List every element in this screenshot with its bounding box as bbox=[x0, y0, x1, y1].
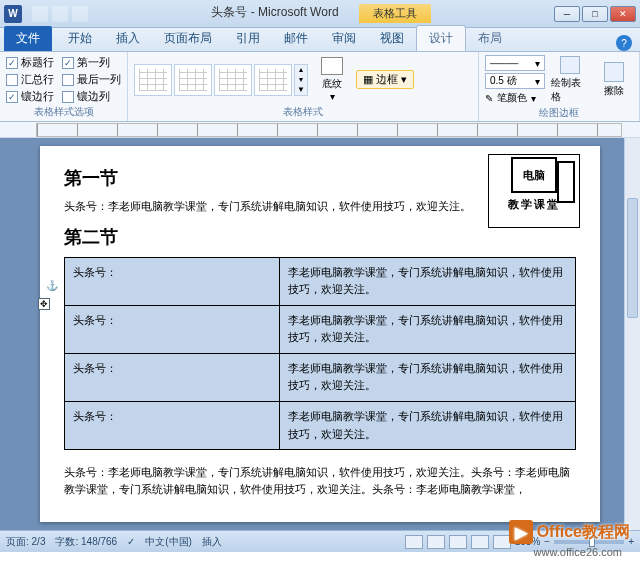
tab-mailings[interactable]: 邮件 bbox=[272, 26, 320, 51]
view-print-layout[interactable] bbox=[405, 535, 423, 549]
context-tab-label: 表格工具 bbox=[359, 4, 431, 23]
pen-color-button[interactable]: ✎笔颜色▾ bbox=[485, 91, 545, 105]
table-style-gallery[interactable]: ▴▾▼ bbox=[134, 64, 308, 96]
vertical-scrollbar[interactable] bbox=[624, 138, 640, 530]
check-first-col[interactable]: ✓第一列 bbox=[62, 55, 121, 70]
check-banded-col[interactable]: 镶边列 bbox=[62, 89, 121, 104]
group-label-options: 表格样式选项 bbox=[6, 104, 121, 119]
status-page[interactable]: 页面: 2/3 bbox=[6, 535, 45, 549]
status-insert-mode[interactable]: 插入 bbox=[202, 535, 222, 549]
tab-page-layout[interactable]: 页面布局 bbox=[152, 26, 224, 51]
table-row: 头条号：李老师电脑教学课堂，专门系统讲解电脑知识，软件使用技巧，欢迎关注。 bbox=[65, 353, 576, 401]
style-thumb[interactable] bbox=[254, 64, 292, 96]
watermark-brand: ▶ Office教程网 bbox=[509, 520, 630, 544]
group-label-styles: 表格样式 bbox=[134, 104, 472, 119]
computer-illustration: 电脑 教学课堂 bbox=[488, 154, 580, 228]
qat-undo[interactable] bbox=[52, 6, 68, 22]
window-title-area: 头条号 - Microsoft Word 表格工具 bbox=[88, 4, 554, 23]
check-total-row[interactable]: 汇总行 bbox=[6, 72, 54, 87]
ribbon-tabs: 文件 开始 插入 页面布局 引用 邮件 审阅 视图 设计 布局 ? bbox=[0, 28, 640, 52]
window-title: 头条号 - Microsoft Word bbox=[211, 4, 338, 23]
horizontal-ruler[interactable] bbox=[0, 122, 640, 138]
borders-button[interactable]: ▦ 边框▾ bbox=[356, 70, 414, 89]
table-row: 头条号：李老师电脑教学课堂，专门系统讲解电脑知识，软件使用技巧，欢迎关注。 bbox=[65, 402, 576, 450]
document-area[interactable]: 电脑 教学课堂 第一节 头条号：李老师电脑教学课堂，专门系统讲解电脑知识，软件使… bbox=[0, 138, 640, 530]
status-proofing-icon[interactable]: ✓ bbox=[127, 536, 135, 547]
line-style-select[interactable]: ────▾ bbox=[485, 55, 545, 71]
check-header-row[interactable]: ✓标题行 bbox=[6, 55, 54, 70]
group-draw-borders: ────▾ 0.5 磅▾ ✎笔颜色▾ 绘制表格 擦除 绘图边框 bbox=[479, 52, 640, 121]
eraser-icon bbox=[604, 62, 624, 82]
minimize-button[interactable]: ─ bbox=[554, 6, 580, 22]
pen-icon: ✎ bbox=[485, 93, 493, 104]
view-web-layout[interactable] bbox=[449, 535, 467, 549]
watermark-url: www.office26.com bbox=[534, 546, 622, 558]
maximize-button[interactable]: □ bbox=[582, 6, 608, 22]
style-thumb[interactable] bbox=[134, 64, 172, 96]
eraser-button[interactable]: 擦除 bbox=[595, 56, 633, 104]
paragraph: 头条号：李老师电脑教学课堂，专门系统讲解电脑知识，软件使用技巧，欢迎关注。头条号… bbox=[64, 464, 576, 497]
draw-table-icon bbox=[560, 56, 580, 74]
qat-save[interactable] bbox=[32, 6, 48, 22]
table-row: 头条号：李老师电脑教学课堂，专门系统讲解电脑知识，软件使用技巧，欢迎关注。 bbox=[65, 257, 576, 305]
tab-home[interactable]: 开始 bbox=[56, 26, 104, 51]
style-thumb[interactable] bbox=[174, 64, 212, 96]
anchor-icon: ⚓ bbox=[46, 280, 58, 291]
tab-file[interactable]: 文件 bbox=[4, 26, 52, 51]
status-words[interactable]: 字数: 148/766 bbox=[55, 535, 117, 549]
line-weight-select[interactable]: 0.5 磅▾ bbox=[485, 73, 545, 89]
shading-button[interactable]: 底纹▾ bbox=[314, 56, 350, 104]
group-table-styles: ▴▾▼ 底纹▾ ▦ 边框▾ 表格样式 bbox=[128, 52, 479, 121]
tab-design[interactable]: 设计 bbox=[416, 25, 466, 51]
scroll-thumb[interactable] bbox=[627, 198, 638, 318]
page[interactable]: 电脑 教学课堂 第一节 头条号：李老师电脑教学课堂，专门系统讲解电脑知识，软件使… bbox=[40, 146, 600, 522]
tab-table-layout[interactable]: 布局 bbox=[466, 26, 514, 51]
status-language[interactable]: 中文(中国) bbox=[145, 535, 192, 549]
word-icon: W bbox=[4, 5, 22, 23]
bucket-icon bbox=[321, 57, 343, 75]
tab-references[interactable]: 引用 bbox=[224, 26, 272, 51]
ribbon: ✓标题行 ✓第一列 汇总行 最后一列 ✓镶边行 镶边列 表格样式选项 ▴▾▼ bbox=[0, 52, 640, 122]
content-table[interactable]: 头条号：李老师电脑教学课堂，专门系统讲解电脑知识，软件使用技巧，欢迎关注。 头条… bbox=[64, 257, 576, 451]
tab-review[interactable]: 审阅 bbox=[320, 26, 368, 51]
tab-insert[interactable]: 插入 bbox=[104, 26, 152, 51]
table-move-handle[interactable]: ✥ bbox=[38, 298, 50, 310]
group-table-style-options: ✓标题行 ✓第一列 汇总行 最后一列 ✓镶边行 镶边列 表格样式选项 bbox=[0, 52, 128, 121]
qat-redo[interactable] bbox=[72, 6, 88, 22]
draw-table-button[interactable]: 绘制表格 bbox=[551, 56, 589, 104]
close-button[interactable]: ✕ bbox=[610, 6, 636, 22]
style-gallery-more[interactable]: ▴▾▼ bbox=[294, 64, 308, 96]
heading-section-2: 第二节 bbox=[64, 225, 576, 249]
office-icon: ▶ bbox=[509, 520, 533, 544]
help-icon[interactable]: ? bbox=[616, 35, 632, 51]
window-controls: ─ □ ✕ bbox=[554, 6, 636, 22]
title-bar: W 头条号 - Microsoft Word 表格工具 ─ □ ✕ bbox=[0, 0, 640, 28]
check-banded-row[interactable]: ✓镶边行 bbox=[6, 89, 54, 104]
view-full-screen[interactable] bbox=[427, 535, 445, 549]
quick-access-toolbar bbox=[32, 6, 88, 22]
style-thumb[interactable] bbox=[214, 64, 252, 96]
table-row: 头条号：李老师电脑教学课堂，专门系统讲解电脑知识，软件使用技巧，欢迎关注。 bbox=[65, 305, 576, 353]
view-outline[interactable] bbox=[471, 535, 489, 549]
group-label-borders: 绘图边框 bbox=[485, 105, 633, 120]
check-last-col[interactable]: 最后一列 bbox=[62, 72, 121, 87]
grid-icon: ▦ bbox=[363, 73, 373, 86]
tab-view[interactable]: 视图 bbox=[368, 26, 416, 51]
